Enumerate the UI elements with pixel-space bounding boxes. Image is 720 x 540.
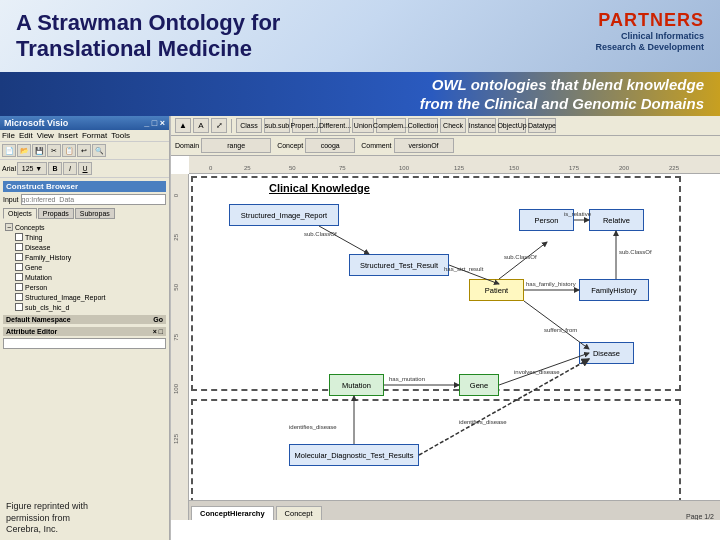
menu-insert[interactable]: Insert [58,131,78,140]
diagram-tool-text[interactable]: A [193,118,209,133]
visio-title: Microsoft Visio [4,118,68,128]
node-mutation[interactable]: Mutation [329,374,384,396]
diagram-btn-instance[interactable]: Instance [468,118,496,133]
diagram-btn-compl[interactable]: Complem... [376,118,406,133]
ruler-tick-v-100: 100 [173,384,179,394]
diagram-btn-check[interactable]: Check [440,118,466,133]
diagram-tool-connect[interactable]: ⤢ [211,118,227,133]
underline-btn[interactable]: U [78,162,92,175]
diagram-canvas[interactable]: 0 25 50 75 100 125 150 175 200 225 0 25 … [171,156,720,540]
checkbox-subclshicd[interactable] [15,303,23,311]
menu-format[interactable]: Format [82,131,107,140]
attribute-label: Attribute Editor [6,328,57,335]
checkbox-person[interactable] [15,283,23,291]
bold-btn[interactable]: B [48,162,62,175]
page-status: Page 1/2 [686,513,714,520]
tab-propad[interactable]: Propads [38,208,74,219]
diagram-btn-objectup[interactable]: ObjectUp [498,118,526,133]
diagram-btn-prop[interactable]: Propert... [292,118,318,133]
toolbar-btn-1[interactable]: 📄 [2,144,16,157]
partners-name: PARTNERS [598,10,704,31]
checkbox-disease[interactable] [15,243,23,251]
search-row: Input [3,194,166,205]
search-label: Input [3,196,19,203]
toolbar-btn-7[interactable]: 🔍 [92,144,106,157]
zoom-input[interactable]: 125 ▼ [17,162,47,175]
ruler-tick-150: 150 [509,165,519,171]
label-person: Person [25,284,47,291]
visio-window-controls[interactable]: _ □ × [144,118,165,128]
checkbox-gene[interactable] [15,263,23,271]
partners-sub2: Research & Development [595,42,704,53]
checkbox-structuredimage[interactable] [15,293,23,301]
tab-objects[interactable]: Objects [3,208,37,219]
tab-concept-hierarchy[interactable]: ConceptHierarchy [191,506,274,520]
attr-collapse-icon[interactable]: × □ [153,328,163,335]
visio-toolbar-2: Arial 125 ▼ B I U [0,160,169,178]
expand-icon[interactable]: − [5,223,13,231]
toolbar-btn-4[interactable]: ✂ [47,144,61,157]
visio-menubar[interactable]: File Edit View Insert Format Tools [0,130,169,142]
menu-tools[interactable]: Tools [111,131,130,140]
tree-item-familyhistory[interactable]: Family_History [13,252,166,262]
checkbox-thing[interactable] [15,233,23,241]
menu-edit[interactable]: Edit [19,131,33,140]
domain-value[interactable]: range [201,138,271,153]
ruler-tick-225: 225 [669,165,679,171]
menu-view[interactable]: View [37,131,54,140]
node-relative[interactable]: Relative [589,209,644,231]
menu-file[interactable]: File [2,131,15,140]
diagram-btn-datatype[interactable]: Datatype [528,118,556,133]
partners-sub1: Clinical Informatics [621,31,704,42]
owl-line2: from the Clinical and Genomic Domains [420,94,704,114]
diagram-btn-class[interactable]: Class [236,118,262,133]
diagram-tool-select[interactable]: ▲ [175,118,191,133]
toolbar-btn-3[interactable]: 💾 [32,144,46,157]
zoom-label: Arial [2,165,16,172]
tab-subropa[interactable]: Subropas [75,208,115,219]
attr-search-input[interactable] [3,338,166,349]
diagram-btn-collect[interactable]: Collection [408,118,438,133]
tree-item-concepts[interactable]: − Concepts [3,222,166,232]
concept-value[interactable]: cooga [305,138,355,153]
construct-browser-title: Construct Browser [3,181,166,192]
tree-item-gene[interactable]: Gene [13,262,166,272]
ruler-tick-75: 75 [339,165,346,171]
search-input[interactable] [21,194,166,205]
node-structured-test-result[interactable]: Structured_Test_Result [349,254,449,276]
go-icon[interactable]: Go [153,316,163,323]
page-header: A Strawman Ontology for Translational Me… [0,0,720,72]
italic-btn[interactable]: I [63,162,77,175]
ruler-tick-v-75: 75 [173,334,179,341]
node-structured-image-report[interactable]: Structured_Image_Report [229,204,339,226]
diagram-btn-sub[interactable]: sub.sub [264,118,290,133]
toolbar-btn-6[interactable]: ↩ [77,144,91,157]
checkbox-familyhistory[interactable] [15,253,23,261]
ruler-tick-200: 200 [619,165,629,171]
node-familyhistory[interactable]: FamilyHistory [579,279,649,301]
separator-1 [231,119,232,133]
canvas-inner: Clinical Knowledge Person Relative Patie… [189,174,720,520]
tab-concept[interactable]: Concept [276,506,322,520]
diagram-area: ▲ A ⤢ Class sub.sub Propert... Different… [170,116,720,540]
tree-item-disease[interactable]: Disease [13,242,166,252]
label-thing: Thing [25,234,43,241]
node-molecular-diagnostic[interactable]: Molecular_Diagnostic_Test_Results [289,444,419,466]
diagram-btn-union[interactable]: Union [352,118,374,133]
toolbar-btn-2[interactable]: 📂 [17,144,31,157]
node-gene[interactable]: Gene [459,374,499,396]
tree-item-mutation[interactable]: Mutation [13,272,166,282]
node-disease[interactable]: Disease [579,342,634,364]
ruler-tick-0: 0 [209,165,212,171]
tree-item-subclshicd[interactable]: sub_cls_hic_d [13,302,166,312]
partners-logo: PARTNERS Clinical Informatics Research &… [595,10,704,53]
submerge-value[interactable]: versionOf [394,138,454,153]
node-person[interactable]: Person [519,209,574,231]
diagram-btn-different[interactable]: Different... [320,118,350,133]
tree-item-thing[interactable]: Thing [13,232,166,242]
toolbar-btn-5[interactable]: 📋 [62,144,76,157]
tree-item-structuredimage[interactable]: Structured_Image_Report [13,292,166,302]
node-patient[interactable]: Patient [469,279,524,301]
tree-item-person[interactable]: Person [13,282,166,292]
checkbox-mutation[interactable] [15,273,23,281]
